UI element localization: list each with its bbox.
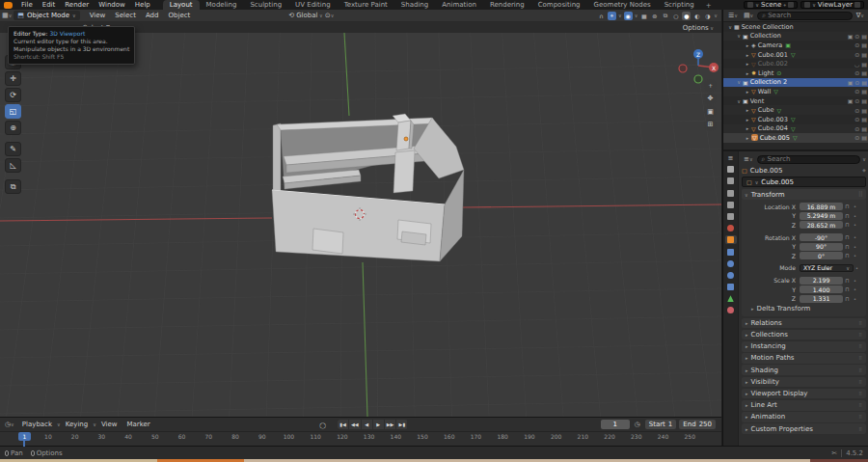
section-shading[interactable]: ▸Shading⠿ <box>742 365 866 375</box>
tool-annotate[interactable]: ✎ <box>5 142 21 156</box>
tab-geometry-nodes[interactable]: Geometry Nodes <box>587 0 658 10</box>
section-custom-properties[interactable]: ▸Custom Properties⠿ <box>742 423 866 434</box>
render-visibility-icon[interactable]: ▤ <box>861 116 867 122</box>
shading-rendered-icon[interactable]: ◑ <box>703 12 712 20</box>
drag-handle-icon[interactable]: ⠿ <box>858 191 863 199</box>
add-workspace-button[interactable]: + <box>701 2 717 10</box>
prev-keyframe-button[interactable]: ◀◀ <box>349 420 362 429</box>
toggle-xray-icon[interactable]: ⧉ <box>661 12 669 20</box>
menu-edit[interactable]: Edit <box>38 1 61 9</box>
viewport-menu-add[interactable]: Add <box>141 12 164 19</box>
properties-tab-data[interactable] <box>725 294 737 303</box>
outliner-item-collection[interactable]: ∨▣Collection▣⊙▤ <box>723 32 868 41</box>
current-frame-marker[interactable]: 1 <box>18 432 31 441</box>
object-name-field[interactable]: ▢ ∨ Cube.005 <box>742 177 866 187</box>
new-scene-button[interactable] <box>788 2 794 8</box>
properties-tab-scene[interactable] <box>725 212 737 221</box>
viewport-pan-icon[interactable]: ✥ <box>704 93 717 105</box>
render-visibility-icon[interactable]: ▤ <box>861 51 867 58</box>
tab-shading[interactable]: Shading <box>394 0 435 10</box>
properties-tab-view-layer[interactable] <box>725 201 737 209</box>
animate-dot-icon[interactable]: • <box>852 244 858 250</box>
pin-icon[interactable]: ⌖ <box>783 2 786 9</box>
viewport-zoom-icon[interactable]: ＋ <box>704 79 717 92</box>
editor-type-icon[interactable]: ≡ <box>726 154 736 162</box>
checkbox-icon[interactable]: ▣ <box>848 33 854 40</box>
lock-icon[interactable]: ⊓ <box>843 278 852 284</box>
lock-icon[interactable]: ⊓ <box>843 286 852 292</box>
tab-uv-editing[interactable]: UV Editing <box>288 0 338 10</box>
lock-icon[interactable]: ⊓ <box>843 213 852 219</box>
tool-scale[interactable]: ◱ <box>5 104 21 119</box>
new-viewlayer-button[interactable] <box>854 2 860 8</box>
expander-icon[interactable]: ▸ <box>744 125 751 131</box>
rotation-value-field[interactable]: 90° <box>800 243 843 251</box>
lock-icon[interactable]: ⊓ <box>843 204 852 209</box>
viewport-3d[interactable]: ▦∨ ⬒ Object Mode ∨ ViewSelectAddObject ⟲… <box>0 10 721 417</box>
location-value-field[interactable]: 16.889 m <box>800 203 843 210</box>
outliner-item-light[interactable]: ▸✸Light⊙⊙▤ <box>723 68 868 78</box>
viewport-camera-icon[interactable]: ▣ <box>704 105 717 118</box>
properties-search-input[interactable]: ⌕ Search <box>757 155 861 164</box>
viewport-menu-view[interactable]: View <box>85 12 111 19</box>
eye-open-icon[interactable]: ⊙ <box>854 134 859 141</box>
section-relations[interactable]: ▸Relations⠿ <box>742 318 866 329</box>
eye-open-icon[interactable]: ⊙ <box>854 69 859 76</box>
expander-icon[interactable]: ∨ <box>735 98 743 104</box>
expander-icon[interactable]: ▸ <box>744 135 751 141</box>
timeline-ruler[interactable]: 1 10203040506070809010011012013014015016… <box>0 431 721 447</box>
editor-type-icon[interactable]: ◷∨ <box>3 421 16 428</box>
properties-tab-tool[interactable] <box>725 165 737 174</box>
outliner-item-scene-collection[interactable]: ∨▦Scene Collection <box>723 22 868 32</box>
eye-closed-icon[interactable]: ◡ <box>854 61 859 68</box>
section-line-art[interactable]: ▸Line Art⠿ <box>742 400 866 411</box>
pivot-point-dropdown[interactable]: ⊙∨ <box>323 12 337 19</box>
eye-open-icon[interactable]: ⊙ <box>854 51 859 58</box>
blender-logo-icon[interactable] <box>4 2 13 9</box>
render-visibility-icon[interactable]: ▤ <box>861 79 867 86</box>
outliner-item-cube-004[interactable]: ▸▽Cube.004▽⊙▤ <box>723 124 868 134</box>
tool-add-cube[interactable]: ⧉ <box>5 179 21 194</box>
expander-icon[interactable]: ▸ <box>744 70 751 76</box>
jump-start-button[interactable]: ▮◀ <box>338 420 349 429</box>
animate-dot-icon[interactable]: • <box>852 234 858 240</box>
menu-window[interactable]: Window <box>94 1 130 9</box>
proportional-edit-icon[interactable]: ◉ <box>624 12 633 20</box>
editor-type-icon[interactable]: ≡∨ <box>742 155 755 163</box>
outliner-item-cube-003[interactable]: ▸▽Cube.003▽⊙▤ <box>723 115 868 124</box>
timeline-menu-view[interactable]: View <box>96 421 122 428</box>
tool-rotate[interactable]: ⟳ <box>5 88 21 102</box>
transform-panel-header[interactable]: ∨ Transform ⠿ <box>742 189 866 200</box>
properties-tab-object[interactable] <box>725 235 737 244</box>
pin-icon[interactable]: ⌖ <box>862 167 866 175</box>
show-gizmo-icon[interactable]: ▦ <box>639 12 648 20</box>
mode-dropdown[interactable]: ⬒ Object Mode ∨ <box>14 11 79 20</box>
outliner-item-cube[interactable]: ▸▽Cube▽⊙▤ <box>723 105 868 115</box>
display-mode-icon[interactable]: ▤∨ <box>742 12 755 19</box>
shading-material-icon[interactable]: ◐ <box>692 12 701 20</box>
section-animation[interactable]: ▸Animation⠿ <box>742 412 866 422</box>
eye-open-icon[interactable]: ⊙ <box>854 79 859 86</box>
scene-canvas[interactable] <box>0 33 721 417</box>
outliner-item-cube-002[interactable]: ▸▽Cube.002◡▤ <box>723 59 868 68</box>
render-visibility-icon[interactable]: ▤ <box>861 33 867 40</box>
scale-value-field[interactable]: 1.400 <box>800 285 843 293</box>
tab-modeling[interactable]: Modeling <box>200 0 244 10</box>
animate-dot-icon[interactable]: • <box>852 286 858 292</box>
expander-icon[interactable]: ∨ <box>726 24 734 30</box>
lock-icon[interactable]: ⊓ <box>843 244 852 250</box>
tab-scripting[interactable]: Scripting <box>658 0 701 10</box>
eye-open-icon[interactable]: ⊙ <box>854 125 859 132</box>
checkbox-icon[interactable]: ▣ <box>848 97 854 104</box>
render-visibility-icon[interactable]: ▤ <box>861 107 867 114</box>
checkbox-icon[interactable]: ▣ <box>848 79 854 86</box>
animate-dot-icon[interactable]: • <box>852 204 858 209</box>
properties-tab-output[interactable] <box>725 189 737 198</box>
scene-selector[interactable]: ∨ Scene ⌖ <box>744 1 798 9</box>
tab-layout[interactable]: Layout <box>163 0 200 10</box>
shading-wireframe-icon[interactable]: ○ <box>671 12 680 20</box>
delta-transform-subpanel[interactable]: ▸Delta Transform <box>742 304 864 313</box>
current-frame-field[interactable]: 1 <box>601 420 630 429</box>
start-frame-field[interactable]: Start 1 <box>645 420 677 429</box>
rotation-value-field[interactable]: 0° <box>800 252 843 259</box>
